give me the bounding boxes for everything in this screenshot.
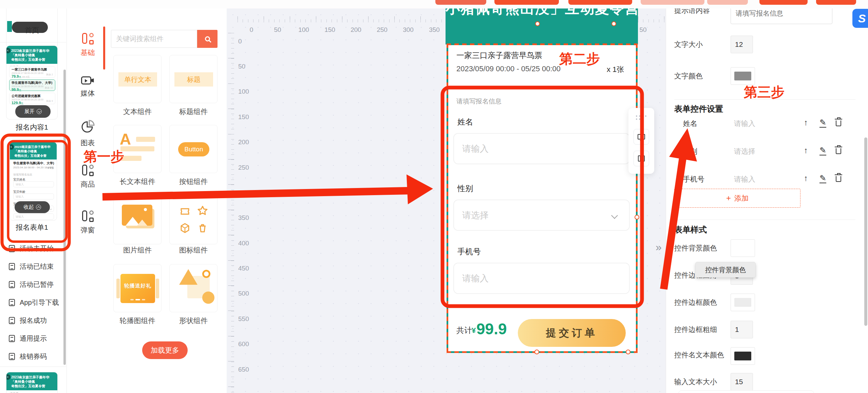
ruler-label: 200 (351, 26, 361, 34)
control-name-color-swatch[interactable] (731, 347, 755, 365)
topbar-button[interactable] (494, 0, 559, 5)
selection-handle[interactable] (534, 350, 539, 354)
sidebar-item-not-started[interactable]: 活动未开始 (0, 243, 66, 254)
layout-columns-button[interactable] (634, 151, 649, 166)
thumb-title-line2: 奇熊出没」互动夏令营 (11, 57, 54, 62)
thumb-ticket-count: x 1张 (48, 166, 54, 170)
chevron-up-icon (36, 205, 41, 210)
page-thumb-bottom[interactable]: ‹ 2023南京森兰亲子嘉年华「奥特曼小猪佩 奇熊出没」互动夏令营 请选择 一家… (6, 372, 58, 393)
move-up-icon[interactable]: ↑ (804, 173, 808, 183)
category-tab-product[interactable]: 商品 (72, 164, 104, 189)
ruler-label: 250 (238, 164, 249, 171)
control-name-color-label: 控件名文本颜色 (674, 349, 729, 361)
topbar-button[interactable] (435, 0, 486, 5)
input-text-size-input[interactable]: 15 (731, 373, 753, 391)
divider (447, 307, 638, 308)
load-more-button[interactable]: 加载更多 (142, 341, 188, 359)
panel-collapse-button[interactable]: » (656, 241, 662, 254)
component-card-button[interactable]: Button (169, 125, 218, 173)
component-card-carousel[interactable]: 轮播送好礼 (113, 264, 162, 312)
component-label: 标题组件 (169, 107, 218, 116)
ticket-icon (180, 206, 190, 216)
phone-page-header[interactable]: 小猪佩奇熊出没」互动夏令营 (446, 8, 638, 44)
category-tab-media[interactable]: 媒体 (72, 76, 104, 98)
page-label-signup-content[interactable]: 报名内容1 (0, 123, 64, 132)
collapse-button[interactable]: 收起 (15, 201, 50, 213)
search-input[interactable]: 关键词搜索组件 (111, 30, 197, 48)
edit-icon[interactable]: ✎ (819, 118, 826, 128)
editor-canvas[interactable]: 0 50 100 150 200 250 300 350 50 0 50 100… (227, 8, 666, 393)
inspector-scrollbar[interactable] (864, 137, 867, 326)
ticket-count[interactable]: x 1张 (607, 64, 624, 75)
move-up-icon[interactable]: ↑ (804, 118, 808, 127)
move-up-icon[interactable]: ↑ (804, 146, 808, 155)
control-border-color-swatch[interactable] (731, 294, 755, 311)
field-select-gender[interactable]: 请选择 (453, 200, 630, 231)
field-input-phone[interactable]: 请输入 (453, 263, 630, 294)
sidebar-item-ended[interactable]: 活动已结束 (0, 261, 66, 272)
category-tab-popup[interactable]: 弹窗 (72, 210, 104, 235)
sidebar-item-general-tip[interactable]: 通用提示 (0, 333, 66, 344)
selection-handle[interactable] (635, 215, 639, 220)
page-label-home[interactable]: 首页 (0, 25, 64, 35)
topbar-button[interactable] (816, 0, 856, 5)
control-bg-color-swatch[interactable] (731, 239, 755, 257)
field-label-name[interactable]: 姓名 (457, 117, 473, 127)
font-color-swatch[interactable] (731, 67, 755, 85)
control-border-width-input[interactable]: 1 (731, 321, 753, 338)
delete-icon[interactable] (836, 120, 841, 126)
category-tab-chart[interactable]: 图表 (72, 120, 104, 148)
edit-icon[interactable]: ✎ (819, 146, 826, 155)
form-hint[interactable]: 请填写报名信息 (456, 97, 502, 106)
component-card-title[interactable]: 标题 (169, 55, 218, 103)
category-tab-basic[interactable]: 基础 (72, 32, 104, 57)
selection-handle[interactable] (535, 21, 540, 26)
font-size-input[interactable]: 12 (731, 36, 753, 53)
back-icon: ‹ (10, 144, 14, 150)
delete-icon[interactable] (836, 176, 841, 182)
page-label-signup-form[interactable]: 报名表单1 (0, 223, 64, 232)
search-button[interactable] (197, 30, 218, 48)
delete-icon[interactable] (836, 148, 841, 154)
ruler-label: 0 (238, 38, 242, 45)
phone-header-title: 小猪佩奇熊出没」互动夏令营 (446, 8, 638, 18)
ruler-label: 300 (238, 189, 249, 196)
ruler-label: 150 (324, 26, 335, 34)
field-input-name[interactable]: 请输入 (453, 133, 630, 164)
edit-icon[interactable]: ✎ (819, 173, 826, 183)
field-label-gender[interactable]: 性别 (457, 183, 473, 194)
sidebar-item-app-download[interactable]: App引导下载 (0, 297, 66, 308)
sidebar-scrollbar[interactable] (63, 70, 66, 365)
browser-extension-icon[interactable]: S (852, 9, 868, 28)
add-control-button[interactable]: +添加 (674, 189, 800, 208)
component-card-image[interactable] (113, 196, 162, 244)
component-card-longtext[interactable]: A (113, 125, 162, 173)
component-label: 图标组件 (169, 245, 218, 255)
expand-button[interactable]: 展开 (15, 105, 51, 118)
topbar-button[interactable] (568, 0, 632, 5)
component-card-icon[interactable] (169, 196, 218, 244)
drag-handle-icon[interactable] (636, 115, 647, 120)
topbar-button[interactable] (707, 0, 748, 5)
sidebar-item-verify-code[interactable]: 核销券码 (0, 351, 66, 362)
ticket-date[interactable]: 2023/05/09 00:00 - 05/25 00:00 (456, 64, 561, 73)
component-card-text[interactable]: 单行文本 (113, 55, 162, 103)
component-card-shape[interactable] (169, 264, 218, 312)
submit-order-button[interactable]: 提交订单 (518, 319, 626, 347)
selection-handle[interactable] (611, 21, 616, 26)
device-view-button[interactable] (634, 129, 649, 145)
phone-form-sheet[interactable] (446, 44, 638, 353)
video-icon (81, 76, 95, 86)
sidebar-item-signup-success[interactable]: 报名成功 (0, 315, 66, 326)
ruler-label: 550 (238, 315, 249, 323)
page-icon (9, 335, 15, 342)
search-icon (205, 36, 210, 41)
ticket-name[interactable]: 一家三口亲子露营早鸟票 (456, 50, 542, 61)
ticket-option: 公司团建露营优惠票 2023.04.16 08:00-04.25 18:00 1… (9, 93, 55, 104)
control-row-value: 请输入 (734, 119, 755, 128)
topbar-button[interactable] (641, 0, 704, 5)
field-label-phone[interactable]: 手机号 (457, 246, 481, 257)
topbar-button[interactable] (759, 0, 808, 5)
sidebar-item-paused[interactable]: 活动已暂停 (0, 279, 66, 290)
selection-handle[interactable] (626, 350, 630, 354)
